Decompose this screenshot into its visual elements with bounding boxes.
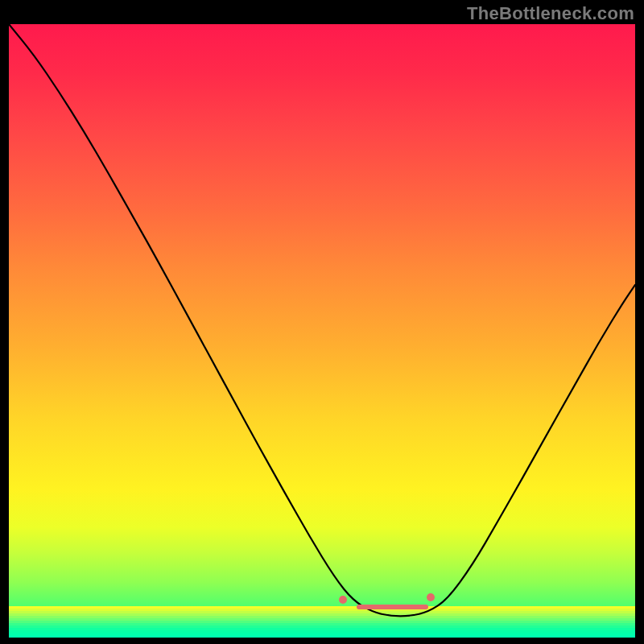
highlight-bar	[357, 605, 428, 609]
bottleneck-curve	[9, 24, 635, 616]
highlight-point	[339, 596, 347, 604]
curve-svg	[9, 24, 635, 638]
watermark-text: TheBottleneck.com	[467, 3, 634, 24]
plot-area	[9, 24, 635, 638]
chart-frame	[9, 24, 635, 638]
